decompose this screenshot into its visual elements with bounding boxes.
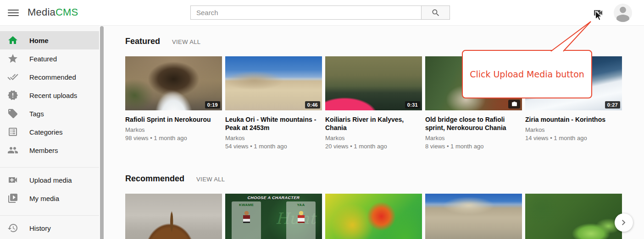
game-character-sprite — [298, 211, 305, 223]
video-library-icon — [7, 193, 18, 204]
media-meta: 54 views • 1 month ago — [225, 143, 322, 150]
sidebar-item-label: Home — [29, 37, 49, 44]
media-card: 0:31 Koiliaris River in Kalyves, Chania … — [325, 56, 422, 150]
sidebar-item-tags[interactable]: Tags — [0, 104, 99, 123]
new-releases-icon — [7, 90, 18, 101]
media-card — [125, 194, 222, 239]
media-thumbnail[interactable] — [125, 194, 222, 239]
tag-icon — [7, 108, 18, 119]
search-input[interactable] — [191, 6, 421, 19]
media-card: 0:46 Leuka Ori - White mountains - Peak … — [225, 56, 322, 150]
sidebar-item-label: Tags — [29, 110, 44, 118]
sidebar-item-members[interactable]: Members — [0, 141, 99, 159]
media-card: CHOOSE A CHARACTER Hunt KWAME YAA Select… — [225, 194, 322, 239]
sidebar-divider — [0, 215, 99, 216]
media-thumbnail[interactable]: CHOOSE A CHARACTER Hunt KWAME YAA Select… — [225, 194, 322, 239]
duration-badge: 0:19 — [205, 101, 220, 109]
media-title[interactable]: Old bridge close to Rafioli sprint, Nero… — [425, 115, 522, 132]
user-avatar[interactable] — [614, 4, 632, 22]
recommended-section: Recommended VIEW ALL CHOOSE A CHARACTER … — [125, 174, 623, 239]
media-meta: 8 views • 1 month ago — [425, 143, 522, 150]
media-author[interactable]: Markos — [425, 135, 522, 141]
sidebar-item-label: Members — [29, 147, 58, 154]
media-card — [425, 194, 522, 239]
sidebar-item-home[interactable]: Home — [0, 31, 99, 49]
logo-cms-text: CMS — [56, 6, 78, 18]
sidebar-item-label: Recent uploads — [29, 92, 77, 99]
media-thumbnail[interactable] — [525, 194, 622, 239]
media-author[interactable]: Markos — [125, 126, 222, 133]
game-character-panel: KWAME — [232, 201, 261, 239]
tooltip-text: Click Upload Media button — [470, 69, 584, 79]
top-bar: MediaCMS — [0, 0, 644, 26]
media-card — [525, 194, 622, 239]
media-thumbnail[interactable] — [425, 194, 522, 239]
game-character-name: KWAME — [232, 203, 261, 207]
media-thumbnail[interactable] — [325, 194, 422, 239]
sidebar-item-label: Categories — [29, 128, 63, 136]
media-title[interactable]: Rafioli Sprint in Nerokourou — [125, 115, 222, 124]
search-bar — [190, 5, 450, 20]
image-type-badge — [508, 100, 520, 109]
sidebar-item-label: Recommended — [29, 73, 76, 81]
sidebar-item-my-media[interactable]: My media — [0, 189, 99, 207]
sidebar-item-featured[interactable]: Featured — [0, 49, 99, 68]
media-title[interactable]: Leuka Ori - White mountains - Peak at 24… — [225, 115, 322, 132]
game-character-panel: YAA — [286, 201, 316, 239]
media-thumbnail[interactable]: 0:31 — [325, 56, 422, 110]
media-meta: 14 views • 1 month ago — [525, 135, 622, 141]
tutorial-tooltip: Click Upload Media button — [462, 50, 592, 98]
media-title[interactable]: Ziria mountain - Korinthos — [525, 115, 622, 124]
media-meta: 98 views • 1 month ago — [125, 135, 222, 141]
sidebar-scrollbar[interactable] — [100, 26, 104, 239]
sidebar-item-label: History — [29, 224, 51, 232]
media-card: 0:19 Rafioli Sprint in Nerokourou Markos… — [125, 56, 222, 150]
media-thumbnail[interactable]: 0:46 — [225, 56, 322, 110]
app-logo[interactable]: MediaCMS — [28, 6, 78, 18]
sidebar-item-label: My media — [29, 195, 59, 202]
sidebar-item-recommended[interactable]: Recommended — [0, 68, 99, 86]
media-title[interactable]: Koiliaris River in Kalyves, Chania — [325, 115, 422, 132]
featured-view-all-link[interactable]: VIEW ALL — [172, 38, 200, 45]
home-icon — [7, 35, 18, 46]
recommended-view-all-link[interactable]: VIEW ALL — [196, 176, 225, 183]
game-character-sprite — [243, 211, 250, 223]
search-button[interactable] — [421, 6, 450, 19]
sidebar-item-recent-uploads[interactable]: Recent uploads — [0, 86, 99, 104]
camera-icon — [511, 101, 517, 107]
person-icon — [614, 4, 632, 22]
game-character-name: YAA — [286, 203, 316, 207]
media-card — [325, 194, 422, 239]
members-icon — [7, 145, 18, 156]
sidebar-item-upload-media[interactable]: Upload media — [0, 171, 99, 189]
media-meta: 20 views • 1 month ago — [325, 143, 422, 150]
sidebar-divider — [0, 167, 99, 168]
logo-media-text: Media — [28, 6, 56, 18]
categories-icon — [7, 126, 18, 137]
sidebar-item-label: Upload media — [29, 176, 72, 184]
media-thumbnail[interactable]: 0:19 — [125, 56, 222, 110]
duration-badge: 0:46 — [305, 101, 320, 109]
media-author[interactable]: Markos — [325, 135, 422, 141]
game-thumb-heading: CHOOSE A CHARACTER — [225, 196, 322, 200]
upload-media-icon[interactable] — [593, 7, 604, 18]
duration-badge: 0:27 — [605, 101, 620, 109]
featured-section-title: Featured — [125, 37, 160, 46]
media-author[interactable]: Markos — [225, 135, 322, 141]
recommended-section-title: Recommended — [125, 174, 184, 184]
sidebar-item-categories[interactable]: Categories — [0, 123, 99, 141]
search-icon — [431, 8, 440, 17]
chevron-right-icon — [618, 217, 629, 228]
done-all-icon — [7, 71, 18, 82]
media-author[interactable]: Markos — [525, 126, 622, 133]
history-icon — [7, 223, 18, 234]
hamburger-menu-icon[interactable] — [6, 6, 20, 20]
sidebar-item-history[interactable]: History — [0, 219, 99, 237]
carousel-next-button[interactable] — [615, 213, 633, 232]
video-call-icon — [7, 174, 18, 185]
sidebar: Home Featured Recommended Recent uploads… — [0, 26, 99, 239]
sidebar-item-label: Featured — [29, 55, 57, 63]
star-icon — [7, 53, 18, 64]
duration-badge: 0:31 — [405, 101, 420, 109]
